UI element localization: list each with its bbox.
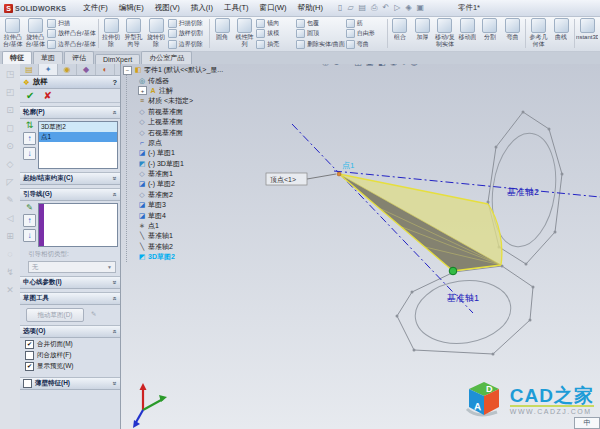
move-copy-body-button[interactable]: 移动/复制实体 — [434, 17, 455, 50]
collapse-box-icon[interactable]: − — [123, 66, 132, 75]
boundary-cut-button[interactable]: 边界切除 — [168, 39, 207, 49]
move-face-button[interactable]: 移动面 — [457, 17, 478, 50]
help-button[interactable]: ? — [112, 78, 117, 87]
feature-manager-tab[interactable]: ▤ — [20, 64, 39, 75]
tree-item-sketch2[interactable]: ◪ (-) 草图2 — [138, 179, 255, 189]
save-icon[interactable]: ▤ — [359, 3, 367, 13]
tree-item-annotations[interactable]: + A 注解 — [138, 86, 255, 96]
tree-item-3dsketch2-selected[interactable]: ◩ 3D草图2 — [138, 252, 255, 262]
menu-view[interactable]: 视图(V) — [150, 2, 185, 14]
thin-feature-header[interactable]: 薄壁特征(H) » — [20, 377, 120, 390]
move-guide-up-button[interactable]: ↑ — [23, 214, 36, 227]
new-icon[interactable]: ▯ — [338, 3, 342, 13]
tree-item-point1[interactable]: ∗ 点1 — [138, 221, 255, 231]
display-manager-tab[interactable]: ◐ — [96, 64, 115, 75]
tab-dimxpert[interactable]: DimXpert — [95, 54, 140, 64]
profiles-section-header[interactable]: 轮廓(P) » — [20, 106, 120, 119]
guide-curves-header[interactable]: 引导线(G) » — [20, 188, 120, 201]
merge-tangent-faces-row[interactable]: ✔ 合并切面(M) — [20, 338, 120, 349]
axis1-label[interactable]: 基准轴1 — [447, 293, 479, 303]
draft-button[interactable]: 拔模 — [256, 29, 295, 39]
loft-apex-point[interactable] — [337, 172, 341, 176]
mirror-button[interactable]: 镜向 — [256, 18, 295, 28]
tree-item-sketch4[interactable]: ◪ 草图4 — [138, 210, 255, 220]
close-loft-row[interactable]: 闭合放样(F) — [20, 349, 120, 360]
thin-feature-checkbox[interactable] — [23, 379, 32, 388]
swept-cut-button[interactable]: 扫描切除 — [168, 18, 207, 28]
freeform-button[interactable]: 自由形 — [346, 29, 385, 39]
hole-wizard-button[interactable]: 异型孔向导 — [123, 17, 144, 50]
dimxpert-manager-tab[interactable]: ◆ — [77, 64, 96, 75]
show-preview-row[interactable]: ✔ 显示预览(W) — [20, 360, 120, 371]
thicken-button[interactable]: 加厚 — [412, 17, 433, 50]
cancel-button[interactable]: ✘ — [43, 90, 51, 101]
tree-item-axis1[interactable]: ╲ 基准轴1 — [138, 231, 255, 241]
select-icon[interactable]: ▷ — [394, 3, 400, 13]
configuration-manager-tab[interactable]: ◉ — [58, 64, 77, 75]
profile-item-selected[interactable]: 点1 — [39, 132, 117, 142]
tree-item-plane2[interactable]: ◇ 基准面2 — [138, 190, 255, 200]
options-section-header[interactable]: 选项(O) » — [20, 325, 120, 338]
menu-edit[interactable]: 编辑(E) — [114, 2, 149, 14]
move-profile-up-button[interactable]: ↑ — [23, 132, 36, 145]
revolved-boss-button[interactable]: 旋转凸台/基体 — [24, 17, 45, 50]
wrap-button[interactable]: 包覆 — [296, 18, 345, 28]
expand-box-icon[interactable]: + — [138, 86, 147, 95]
property-manager-tab[interactable]: ✦ — [39, 64, 58, 75]
tree-item-axis2[interactable]: ╲ 基准轴2 — [138, 242, 255, 252]
undo-icon[interactable]: ↶ — [383, 3, 390, 13]
combine-button[interactable]: 组合 — [389, 17, 410, 50]
fillet-button[interactable]: 圆角 — [211, 17, 232, 50]
open-icon[interactable]: ▱ — [347, 3, 353, 13]
shell-button[interactable]: 抽壳 — [256, 39, 295, 49]
tree-item-material[interactable]: ≡ 材质 <未指定> — [138, 96, 255, 106]
bend-button[interactable]: 弯曲 — [502, 17, 523, 50]
axis2-label[interactable]: 基准轴2 — [507, 187, 539, 197]
move-guide-down-button[interactable]: ↓ — [23, 229, 36, 242]
tree-item-front-plane[interactable]: ◇ 前视基准面 — [138, 107, 255, 117]
tree-item-sensors[interactable]: ◎ 传感器 — [138, 75, 255, 85]
tree-item-plane1[interactable]: ◇ 基准面1 — [138, 169, 255, 179]
print-icon[interactable]: ⎙ — [371, 3, 377, 13]
options-icon[interactable]: ▣ — [417, 3, 425, 13]
tree-item-right-plane[interactable]: ◇ 右视基准面 — [138, 127, 255, 137]
rib-button[interactable]: 筋 — [346, 18, 385, 28]
extruded-boss-button[interactable]: 拉伸凸台/基体 — [2, 17, 23, 50]
menu-window[interactable]: 窗口(W) — [254, 2, 291, 14]
swept-boss-button[interactable]: 扫描 — [47, 18, 96, 28]
guide-curves-list[interactable] — [38, 203, 118, 247]
guide-tangency-dropdown[interactable]: 无 ▼ — [28, 261, 116, 273]
tree-item-top-plane[interactable]: ◇ 上视基准面 — [138, 117, 255, 127]
boundary-boss-button[interactable]: 边界凸台/基体 — [47, 39, 96, 49]
tree-item-sketch1[interactable]: ◪ (-) 草图1 — [138, 148, 255, 158]
tab-sketch[interactable]: 草图 — [33, 51, 63, 64]
curves-button[interactable]: 曲线 — [550, 17, 571, 50]
tree-root[interactable]: − ◧ 零件1 (默认<<默认>_显... — [123, 65, 255, 75]
tree-item-sketch3[interactable]: ◪ 草图3 — [138, 200, 255, 210]
rebuild-icon[interactable]: ◈ — [405, 3, 411, 13]
tab-office-products[interactable]: 办公室产品 — [141, 51, 192, 64]
menu-file[interactable]: 文件(F) — [78, 2, 113, 14]
profile-green-point[interactable] — [449, 267, 457, 275]
tab-evaluate[interactable]: 评估 — [64, 51, 94, 64]
sketch-tools-header[interactable]: 草图工具 » — [20, 292, 120, 305]
lofted-cut-button[interactable]: 放样切割 — [168, 29, 207, 39]
revolved-cut-button[interactable]: 旋转切除 — [145, 17, 166, 50]
profile-item[interactable]: 3D草图2 — [39, 122, 117, 132]
reference-geometry-button[interactable]: 参考几何体 — [528, 17, 549, 50]
delete-body-button[interactable]: 删除实体/曲面 — [296, 39, 345, 49]
tree-item-3dsketch1[interactable]: ◩ (-) 3D草图1 — [138, 159, 255, 169]
instant3d-button[interactable]: Instant3D — [576, 17, 597, 50]
menu-insert[interactable]: 插入(I) — [186, 2, 218, 14]
flex-button[interactable]: 弯曲 — [346, 39, 385, 49]
split-button[interactable]: 分割 — [479, 17, 500, 50]
tab-features[interactable]: 特征 — [2, 51, 32, 64]
tree-item-origin[interactable]: ⌐ 原点 — [138, 138, 255, 148]
move-profile-down-button[interactable]: ↓ — [23, 147, 36, 160]
lofted-boss-button[interactable]: 放样凸台/基体 — [47, 29, 96, 39]
centerline-parameters-header[interactable]: 中心线参数(I) » — [20, 276, 120, 289]
ok-button[interactable]: ✔ — [26, 90, 34, 101]
dome-button[interactable]: 圆顶 — [296, 29, 345, 39]
linear-pattern-button[interactable]: 线性阵列 — [234, 17, 255, 50]
profiles-list[interactable]: 3D草图2 点1 — [38, 121, 118, 169]
